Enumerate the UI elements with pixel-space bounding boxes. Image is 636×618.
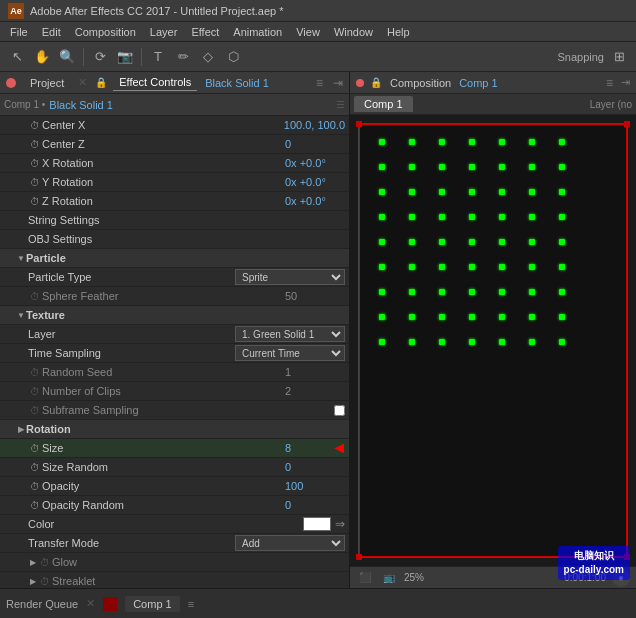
value-x-rotation[interactable]: 0x +0.0° [285, 157, 345, 169]
menu-file[interactable]: File [4, 24, 34, 40]
stopwatch-num-clips[interactable]: ⏱ [28, 384, 42, 398]
comp-panel-expand[interactable]: ⇥ [621, 76, 630, 89]
comp-canvas[interactable] [350, 115, 636, 566]
triangle-particle[interactable]: ▼ [16, 253, 26, 263]
section-texture[interactable]: ▼ Texture [0, 306, 349, 325]
color-arrow-icon[interactable]: ⇒ [335, 517, 345, 531]
stopwatch-center-x[interactable]: ⏱ [28, 118, 42, 132]
ec-effect-title: Black Solid 1 [49, 99, 113, 111]
snapping-btn[interactable]: ⊞ [608, 46, 630, 68]
comp-btn-1[interactable]: ⬛ [356, 569, 374, 587]
tab-effect-controls[interactable]: Effect Controls [113, 74, 197, 91]
stopwatch-opacity[interactable]: ⏱ [28, 479, 42, 493]
comp-btn-2[interactable]: 📺 [380, 569, 398, 587]
menu-window[interactable]: Window [328, 24, 379, 40]
color-swatch[interactable] [303, 517, 331, 531]
label-sphere-feather: Sphere Feather [42, 290, 285, 302]
value-y-rotation[interactable]: 0x +0.0° [285, 176, 345, 188]
tool-mask[interactable]: ⬡ [222, 46, 244, 68]
select-time-sampling[interactable]: Current Time Fixed Random [235, 345, 345, 361]
tool-hand[interactable]: ✋ [31, 46, 53, 68]
stopwatch-sphere-feather[interactable]: ⏱ [28, 289, 42, 303]
prop-size-random: ⏱ Size Random 0 [0, 458, 349, 477]
particle-dot [409, 314, 415, 320]
value-z-rotation[interactable]: 0x +0.0° [285, 195, 345, 207]
tool-arrow[interactable]: ↖ [6, 46, 28, 68]
tool-text[interactable]: T [147, 46, 169, 68]
menu-effect[interactable]: Effect [185, 24, 225, 40]
tool-shape[interactable]: ◇ [197, 46, 219, 68]
comp-panel-menu[interactable]: ≡ [606, 76, 613, 90]
app-icon: Ae [8, 3, 24, 19]
section-particle[interactable]: ▼ Particle [0, 249, 349, 268]
particle-dot [529, 214, 535, 220]
particle-dot [529, 189, 535, 195]
triangle-texture[interactable]: ▼ [16, 310, 26, 320]
section-rotation[interactable]: ▶ Rotation [0, 420, 349, 439]
particle-dot [379, 239, 385, 245]
prop-layer: Layer 1. Green Solid 1 [0, 325, 349, 344]
panel-expand[interactable]: ⇥ [333, 76, 343, 90]
particle-dot [559, 139, 565, 145]
menu-composition[interactable]: Composition [69, 24, 142, 40]
stopwatch-y-rot[interactable]: ⏱ [28, 175, 42, 189]
prop-y-rotation: ⏱ Y Rotation 0x +0.0° [0, 173, 349, 192]
render-queue-label[interactable]: Render Queue [6, 598, 78, 610]
ec-options-icon[interactable]: ☰ [336, 99, 345, 110]
stopwatch-opacity-random[interactable]: ⏱ [28, 498, 42, 512]
check-subframe-sampling[interactable] [334, 405, 345, 416]
comp-panel-close[interactable] [356, 79, 364, 87]
comp-lock-icon[interactable]: 🔒 [370, 77, 382, 88]
menu-view[interactable]: View [290, 24, 326, 40]
label-layer: Layer [28, 328, 235, 340]
stopwatch-x-rot[interactable]: ⏱ [28, 156, 42, 170]
tool-camera[interactable]: 📷 [114, 46, 136, 68]
triangle-streaklet[interactable]: ▶ [28, 576, 38, 586]
tool-zoom[interactable]: 🔍 [56, 46, 78, 68]
value-opacity-random[interactable]: 0 [285, 499, 345, 511]
menu-help[interactable]: Help [381, 24, 416, 40]
stopwatch-glow[interactable]: ⏱ [38, 555, 52, 569]
menu-animation[interactable]: Animation [227, 24, 288, 40]
value-size-random[interactable]: 0 [285, 461, 345, 473]
comp-tab-row: Comp 1 Layer (no [350, 94, 636, 115]
particle-dot [469, 264, 475, 270]
stopwatch-z-rot[interactable]: ⏱ [28, 194, 42, 208]
particle-dot [379, 189, 385, 195]
particle-dot [469, 239, 475, 245]
stopwatch-size[interactable]: ⏱ [28, 441, 42, 455]
zoom-label[interactable]: 25% [404, 572, 424, 583]
menu-edit[interactable]: Edit [36, 24, 67, 40]
label-color: Color [28, 518, 303, 530]
stopwatch-size-random[interactable]: ⏱ [28, 460, 42, 474]
stopwatch-center-z[interactable]: ⏱ [28, 137, 42, 151]
particle-dot [559, 264, 565, 270]
properties-scroll[interactable]: ⏱ Center X 100.0, 100.0 ⏱ Center Z 0 ⏱ X… [0, 116, 349, 588]
timeline-menu-icon[interactable]: ≡ [188, 598, 194, 610]
tab-comp1[interactable]: Comp 1 [354, 96, 413, 112]
particle-dot [439, 164, 445, 170]
stopwatch-streaklet[interactable]: ⏱ [38, 574, 52, 588]
bottom-panel: Render Queue ✕ Comp 1 ≡ [0, 588, 636, 618]
triangle-rotation[interactable]: ▶ [16, 424, 26, 434]
value-center-x[interactable]: 100.0, 100.0 [284, 119, 345, 131]
left-panel: Project ✕ 🔒 Effect Controls Black Solid … [0, 72, 350, 588]
select-layer[interactable]: 1. Green Solid 1 [235, 326, 345, 342]
panel-menu[interactable]: ≡ [316, 76, 323, 90]
label-time-sampling: Time Sampling [28, 347, 235, 359]
particle-dot [469, 164, 475, 170]
value-opacity[interactable]: 100 [285, 480, 345, 492]
menu-layer[interactable]: Layer [144, 24, 184, 40]
panel-close[interactable] [6, 78, 16, 88]
main-layout: Project ✕ 🔒 Effect Controls Black Solid … [0, 72, 636, 588]
select-particle-type[interactable]: Sprite Sphere Star [235, 269, 345, 285]
triangle-glow[interactable]: ▶ [28, 557, 38, 567]
value-size[interactable]: 8 [285, 442, 345, 454]
tool-rotate[interactable]: ⟳ [89, 46, 111, 68]
select-transfer-mode[interactable]: Add Normal Screen [235, 535, 345, 551]
tab-project[interactable]: Project [24, 75, 70, 91]
tool-pen[interactable]: ✏ [172, 46, 194, 68]
stopwatch-random-seed[interactable]: ⏱ [28, 365, 42, 379]
timeline-comp-tab[interactable]: Comp 1 [125, 596, 180, 612]
value-center-z[interactable]: 0 [285, 138, 345, 150]
